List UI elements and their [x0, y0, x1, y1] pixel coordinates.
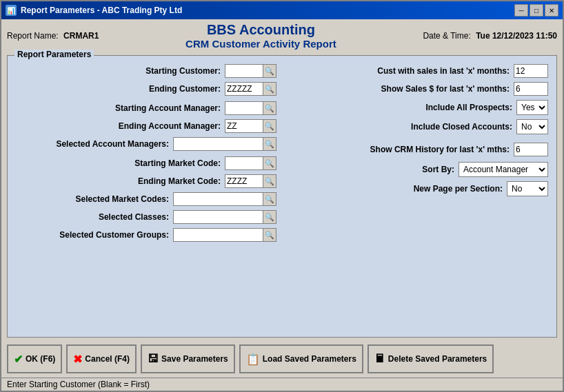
selected-customer-groups-search-button[interactable]: 🔍 — [263, 228, 276, 242]
include-closed-accounts-select[interactable]: No Yes — [516, 119, 548, 134]
ending-account-manager-label: Ending Account Manager: — [119, 121, 221, 131]
delete-label: Delete Saved Parameters — [388, 354, 487, 364]
report-name-label: Report Name: — [7, 31, 59, 41]
minimize-button[interactable]: ─ — [514, 4, 528, 17]
ending-customer-input[interactable] — [225, 82, 263, 96]
report-subtitle: CRM Customer Activity Report — [99, 38, 423, 50]
date-time-label: Date & Time: — [423, 31, 470, 41]
ok-icon: ✔ — [14, 353, 23, 366]
selected-account-managers-input-group: 🔍 — [173, 137, 276, 151]
report-name-area: Report Name: CRMAR1 — [7, 31, 99, 41]
starting-customer-search-button[interactable]: 🔍 — [263, 64, 276, 78]
selected-customer-groups-label: Selected Customer Groups: — [59, 230, 169, 240]
delete-saved-parameters-button[interactable]: 🖩 Delete Saved Parameters — [367, 344, 494, 373]
save-parameters-button[interactable]: 🖫 Save Parameters — [141, 344, 235, 373]
ending-market-code-search-button[interactable]: 🔍 — [263, 174, 276, 188]
new-page-select[interactable]: No Yes — [507, 181, 548, 196]
ending-account-manager-input[interactable] — [225, 119, 263, 133]
show-crm-history-label: Show CRM History for last 'x' mths: — [370, 145, 510, 154]
selected-account-managers-row: Selected Account Managers: 🔍 — [16, 137, 276, 151]
maximize-button[interactable]: □ — [530, 4, 543, 17]
params-right: Cust with sales in last 'x' months: Show… — [288, 64, 548, 246]
ending-customer-search-button[interactable]: 🔍 — [263, 82, 276, 96]
close-button[interactable]: ✕ — [545, 4, 558, 17]
date-time-value: Tue 12/12/2023 11:50 — [476, 31, 557, 41]
params-layout: Starting Customer: 🔍 Ending Customer: 🔍 — [16, 64, 548, 246]
starting-market-code-search-button[interactable]: 🔍 — [263, 156, 276, 170]
save-label: Save Parameters — [161, 354, 228, 364]
starting-market-code-input-group: 🔍 — [225, 156, 276, 170]
group-legend: Report Parameters — [14, 50, 94, 59]
include-all-prospects-row: Include All Prospects: Yes No — [288, 100, 548, 115]
show-crm-history-row: Show CRM History for last 'x' mths: — [288, 143, 548, 156]
sort-by-row: Sort By: Account Manager Customer Market… — [288, 162, 548, 177]
app-icon: 📊 — [6, 5, 17, 16]
top-bar: Report Name: CRMAR1 BBS Accounting CRM C… — [1, 19, 563, 52]
ending-customer-input-group: 🔍 — [225, 82, 276, 96]
status-message: Enter Starting Customer (Blank = First) — [7, 380, 150, 389]
ending-account-manager-row: Ending Account Manager: 🔍 — [16, 119, 276, 133]
ok-button[interactable]: ✔ OK (F6) — [7, 344, 62, 373]
load-label: Load Saved Parameters — [263, 354, 356, 364]
starting-account-manager-row: Starting Account Manager: 🔍 — [16, 101, 276, 115]
ending-market-code-row: Ending Market Code: 🔍 — [16, 174, 276, 188]
title-bar-controls: ─ □ ✕ — [514, 4, 558, 17]
cancel-button[interactable]: ✖ Cancel (F4) — [66, 344, 137, 373]
ending-market-code-label: Ending Market Code: — [138, 176, 221, 186]
ending-account-manager-search-button[interactable]: 🔍 — [263, 119, 276, 133]
selected-market-codes-label: Selected Market Codes: — [76, 194, 169, 204]
main-window: 📊 Report Parameters - ABC Trading Pty Lt… — [0, 0, 564, 392]
selected-market-codes-input-group: 🔍 — [173, 192, 276, 206]
header-center: BBS Accounting CRM Customer Activity Rep… — [99, 22, 423, 50]
selected-classes-input[interactable] — [173, 210, 263, 224]
title-bar-left: 📊 Report Parameters - ABC Trading Pty Lt… — [6, 5, 182, 16]
include-all-prospects-label: Include All Prospects: — [425, 103, 512, 112]
app-title: BBS Accounting — [99, 22, 423, 38]
selected-account-managers-search-button[interactable]: 🔍 — [263, 137, 276, 151]
starting-customer-label: Starting Customer: — [145, 66, 221, 76]
include-all-prospects-select[interactable]: Yes No — [516, 100, 548, 115]
ending-market-code-input[interactable] — [225, 174, 263, 188]
show-sales-row: Show Sales $ for last 'x' months: — [288, 82, 548, 96]
starting-customer-input-group: 🔍 — [225, 64, 276, 78]
starting-account-manager-input[interactable] — [225, 101, 263, 115]
load-saved-parameters-button[interactable]: 📋 Load Saved Parameters — [239, 344, 363, 373]
starting-account-manager-label: Starting Account Manager: — [115, 103, 221, 113]
window-title: Report Parameters - ABC Trading Pty Ltd — [21, 6, 182, 15]
starting-account-manager-input-group: 🔍 — [225, 101, 276, 115]
delete-icon: 🖩 — [374, 353, 385, 365]
title-bar: 📊 Report Parameters - ABC Trading Pty Lt… — [1, 1, 563, 19]
include-closed-accounts-row: Include Closed Accounts: No Yes — [288, 119, 548, 134]
status-bar: Enter Starting Customer (Blank = First) — [1, 378, 563, 391]
selected-account-managers-input[interactable] — [173, 137, 263, 151]
selected-market-codes-input[interactable] — [173, 192, 263, 206]
report-params-group: Report Parameters Starting Customer: 🔍 E… — [7, 55, 557, 338]
starting-account-manager-search-button[interactable]: 🔍 — [263, 101, 276, 115]
cust-with-sales-label: Cust with sales in last 'x' months: — [377, 66, 510, 76]
report-name-value: CRMAR1 — [63, 31, 99, 41]
show-sales-input[interactable] — [514, 82, 548, 96]
content-area: Report Parameters Starting Customer: 🔍 E… — [1, 52, 563, 340]
cust-with-sales-row: Cust with sales in last 'x' months: — [288, 64, 548, 78]
sort-by-select[interactable]: Account Manager Customer Market Code — [459, 162, 548, 177]
starting-market-code-label: Starting Market Code: — [134, 158, 221, 168]
cancel-label: Cancel (F4) — [85, 354, 130, 364]
sort-by-label: Sort By: — [422, 165, 454, 174]
starting-customer-input[interactable] — [225, 64, 263, 78]
cust-with-sales-input[interactable] — [514, 64, 548, 78]
selected-classes-row: Selected Classes: 🔍 — [16, 210, 276, 224]
starting-customer-row: Starting Customer: 🔍 — [16, 64, 276, 78]
ending-customer-row: Ending Customer: 🔍 — [16, 82, 276, 96]
ending-market-code-input-group: 🔍 — [225, 174, 276, 188]
selected-classes-search-button[interactable]: 🔍 — [263, 210, 276, 224]
include-closed-accounts-label: Include Closed Accounts: — [411, 122, 512, 132]
ending-account-manager-input-group: 🔍 — [225, 119, 276, 133]
selected-customer-groups-input[interactable] — [173, 228, 263, 242]
selected-market-codes-row: Selected Market Codes: 🔍 — [16, 192, 276, 206]
params-left: Starting Customer: 🔍 Ending Customer: 🔍 — [16, 64, 276, 246]
selected-account-managers-label: Selected Account Managers: — [56, 139, 169, 149]
selected-market-codes-search-button[interactable]: 🔍 — [263, 192, 276, 206]
starting-market-code-input[interactable] — [225, 156, 263, 170]
new-page-label: New Page per Section: — [414, 184, 503, 194]
show-crm-history-input[interactable] — [514, 143, 548, 156]
